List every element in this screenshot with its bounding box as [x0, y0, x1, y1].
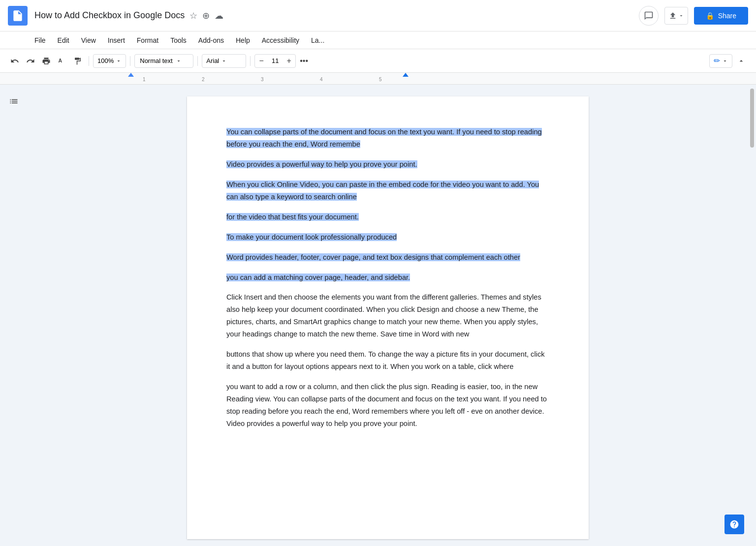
toolbar-right: ✏ [709, 54, 748, 68]
svg-text:A: A [59, 58, 63, 63]
main-area: You can collapse parts of the document a… [0, 85, 756, 546]
font-size-decrease[interactable]: − [255, 55, 268, 67]
paragraph-8: Click Insert and then choose the element… [226, 291, 549, 340]
publish-button[interactable] [664, 7, 688, 25]
collapse-toolbar-button[interactable] [734, 54, 748, 68]
separator-1 [89, 56, 89, 66]
paragraph-6-text: Word provides header, footer, cover page… [226, 253, 520, 261]
separator-4 [250, 56, 251, 66]
paragraph-5-text: To make your document look professionall… [226, 233, 397, 241]
title-area: How to Add Checkbox in Google Docs ☆ ⊕ ☁ [34, 10, 639, 21]
paragraph-4: for the video that best fits your docume… [226, 211, 549, 223]
paragraph-9: buttons that show up where you need them… [226, 348, 549, 373]
scrollbar-area [748, 85, 756, 546]
font-value: Arial [206, 57, 219, 64]
paragraph-9-text: buttons that show up where you need them… [226, 350, 545, 370]
explore-button[interactable] [724, 515, 744, 534]
paragraph-8-text: Click Insert and then choose the element… [226, 293, 541, 338]
star-icon[interactable]: ☆ [189, 10, 197, 21]
font-select[interactable]: Arial [202, 54, 246, 68]
paragraph-7-text: you can add a matching cover page, heade… [226, 273, 410, 281]
zoom-value: 100% [97, 57, 114, 64]
paragraph-10-text: you want to add a row or a column, and t… [226, 383, 547, 427]
style-value: Normal text [140, 57, 172, 64]
paragraph-2-text: Video provides a powerful way to help yo… [226, 160, 417, 168]
paint-format-button[interactable] [71, 54, 85, 68]
font-size-increase[interactable]: + [283, 55, 295, 67]
menu-more[interactable]: La... [306, 34, 329, 46]
separator-3 [197, 56, 198, 66]
outline-toggle-button[interactable] [5, 92, 23, 110]
style-select[interactable]: Normal text [134, 54, 193, 68]
menu-view[interactable]: View [76, 34, 101, 46]
comments-button[interactable] [639, 6, 659, 26]
doc-title-text[interactable]: How to Add Checkbox in Google Docs [34, 10, 185, 21]
menu-file[interactable]: File [30, 34, 51, 46]
folder-icon[interactable]: ⊕ [202, 10, 210, 21]
redo-button[interactable] [24, 54, 37, 68]
ruler: 1 2 3 4 5 [0, 73, 756, 85]
paragraph-4-text: for the video that best fits your docume… [226, 213, 359, 221]
ruler-inner: 1 2 3 4 5 [64, 73, 756, 85]
menu-accessibility[interactable]: Accessibility [257, 34, 304, 46]
paragraph-1: You can collapse parts of the document a… [226, 126, 549, 151]
paragraph-3: When you click Online Video, you can pas… [226, 179, 549, 203]
paragraph-10: you want to add a row or a column, and t… [226, 381, 549, 430]
doc-page: You can collapse parts of the document a… [187, 96, 589, 539]
scrollbar-thumb[interactable] [750, 89, 754, 148]
menu-help[interactable]: Help [231, 34, 255, 46]
menu-edit[interactable]: Edit [53, 34, 74, 46]
paragraph-5: To make your document look professionall… [226, 231, 549, 243]
pencil-icon: ✏ [714, 56, 720, 65]
cloud-icon[interactable]: ☁ [215, 10, 223, 21]
edit-mode-button[interactable]: ✏ [709, 54, 732, 68]
font-size-area: − 11 + [254, 54, 296, 68]
doc-title-row: How to Add Checkbox in Google Docs ☆ ⊕ ☁ [34, 10, 639, 21]
print-button[interactable] [39, 54, 53, 68]
share-button[interactable]: 🔒 Share [694, 7, 748, 25]
menu-insert[interactable]: Insert [103, 34, 130, 46]
share-lock-icon: 🔒 [706, 12, 714, 20]
font-size-value[interactable]: 11 [268, 57, 283, 64]
app-icon[interactable] [8, 6, 28, 26]
paragraph-7: you can add a matching cover page, heade… [226, 272, 549, 284]
more-options-button[interactable]: ••• [298, 57, 310, 65]
title-bar: How to Add Checkbox in Google Docs ☆ ⊕ ☁… [0, 0, 756, 31]
undo-button[interactable] [8, 54, 22, 68]
spellcheck-button[interactable]: A [55, 54, 69, 68]
toolbar: A 100% Normal text Arial − 11 + ••• ✏ [0, 49, 756, 73]
separator-2 [130, 56, 130, 66]
menu-tools[interactable]: Tools [165, 34, 191, 46]
paragraph-3-text: When you click Online Video, you can pas… [226, 181, 539, 201]
zoom-select[interactable]: 100% [93, 54, 126, 68]
menu-bar: File Edit View Insert Format Tools Add-o… [0, 31, 756, 49]
paragraph-1-text: You can collapse parts of the document a… [226, 128, 542, 148]
paragraph-2: Video provides a powerful way to help yo… [226, 158, 549, 171]
title-bar-right: 🔒 Share [639, 6, 748, 26]
menu-addons[interactable]: Add-ons [193, 34, 229, 46]
doc-wrapper[interactable]: You can collapse parts of the document a… [28, 85, 748, 546]
sidebar [0, 85, 28, 546]
menu-format[interactable]: Format [132, 34, 163, 46]
share-label: Share [718, 12, 736, 20]
paragraph-6: Word provides header, footer, cover page… [226, 251, 549, 264]
doc-content: You can collapse parts of the document a… [226, 126, 549, 430]
